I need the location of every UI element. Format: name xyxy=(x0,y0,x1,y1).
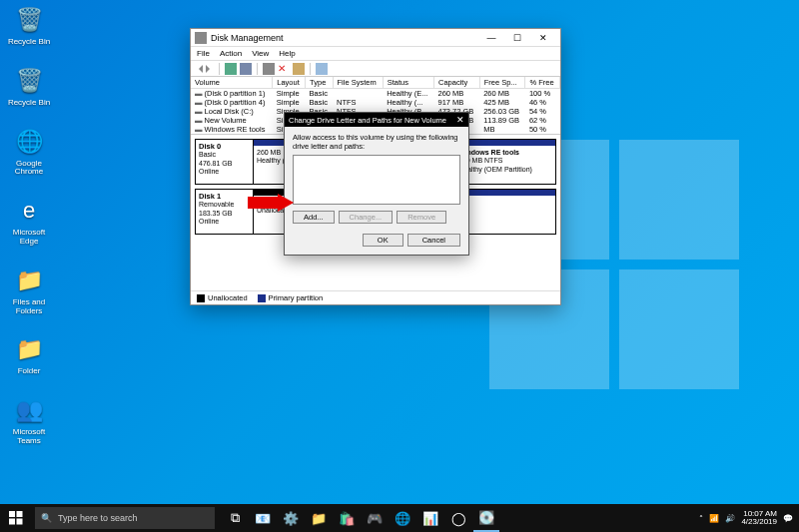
window-title: Disk Management xyxy=(211,33,478,43)
toolbar: ✕ xyxy=(191,61,560,77)
forward-icon[interactable] xyxy=(206,65,214,73)
desktop-icon-glyph: 👥 xyxy=(13,394,45,426)
desktop-icon-label: Microsoft Teams xyxy=(4,428,54,446)
desktop-icon-0[interactable]: 🗑️Recycle Bin xyxy=(4,4,54,47)
desktop-icon-glyph: 🌐 xyxy=(13,126,45,158)
search-icon: 🔍 xyxy=(41,513,52,523)
search-placeholder: Type here to search xyxy=(58,513,138,523)
volume-row[interactable]: (Disk 0 partition 1)SimpleBasicHealthy (… xyxy=(191,89,560,99)
start-button[interactable] xyxy=(0,504,32,532)
column-header[interactable]: Volume xyxy=(191,77,273,89)
taskbar-app-3[interactable]: 📊 xyxy=(417,504,443,532)
column-header[interactable]: Status xyxy=(383,77,433,89)
tray-network-icon[interactable]: 📶 xyxy=(709,514,719,523)
disk-0-info: Disk 0 Basic 476.81 GB Online xyxy=(196,140,254,184)
taskbar-app-2[interactable]: ⚙️ xyxy=(278,504,304,532)
column-header[interactable]: Layout xyxy=(273,77,306,89)
search-box[interactable]: 🔍 Type here to search xyxy=(35,507,215,529)
list-icon[interactable] xyxy=(240,63,252,75)
desktop-icon-3[interactable]: eMicrosoft Edge xyxy=(4,195,54,247)
change-button[interactable]: Change... xyxy=(339,211,394,224)
desktop-icon-6[interactable]: 👥Microsoft Teams xyxy=(4,394,54,446)
taskbar-cortana[interactable]: ◯ xyxy=(445,504,471,532)
svg-rect-2 xyxy=(17,511,23,517)
column-header[interactable]: % Free xyxy=(525,77,560,89)
add-button[interactable]: Add... xyxy=(293,211,335,224)
desktop-icon-label: Microsoft Edge xyxy=(4,229,54,247)
system-tray: ˄ 📶 🔊 10:07 AM 4/23/2019 💬 xyxy=(699,510,799,526)
delete-icon[interactable]: ✕ xyxy=(278,63,290,75)
svg-rect-1 xyxy=(9,511,15,517)
desktop-icon-1[interactable]: 🗑️Recycle Bin xyxy=(4,65,54,108)
taskbar-clock[interactable]: 10:07 AM 4/23/2019 xyxy=(741,510,777,526)
desktop-icon-glyph: 📁 xyxy=(13,265,45,296)
dialog-titlebar[interactable]: Change Drive Letter and Paths for New Vo… xyxy=(285,113,468,127)
taskbar-xbox[interactable]: 🎮 xyxy=(362,504,388,532)
desktop-icon-label: Files and Folders xyxy=(4,298,54,316)
desktop-icon-4[interactable]: 📁Files and Folders xyxy=(4,265,54,316)
dialog-close-button[interactable]: ✕ xyxy=(456,115,464,125)
menu-view[interactable]: View xyxy=(252,49,269,58)
tray-chevron-icon[interactable]: ˄ xyxy=(699,514,703,523)
disk-1-info: Disk 1 Removable 183.35 GB Online xyxy=(196,190,254,234)
minimize-button[interactable]: — xyxy=(478,31,504,45)
task-view-button[interactable]: ⧉ xyxy=(222,504,248,532)
column-header[interactable]: File System xyxy=(333,77,383,89)
menu-help[interactable]: Help xyxy=(279,49,295,58)
taskbar-app-1[interactable]: 📧 xyxy=(250,504,276,532)
taskbar-store[interactable]: 🛍️ xyxy=(334,504,360,532)
ok-button[interactable]: OK xyxy=(363,234,403,247)
grid-icon[interactable] xyxy=(225,63,237,75)
taskbar-diskmgmt[interactable]: 💽 xyxy=(473,504,499,532)
dialog-title: Change Drive Letter and Paths for New Vo… xyxy=(289,116,456,125)
column-header[interactable]: Capacity xyxy=(434,77,480,89)
maximize-button[interactable]: ☐ xyxy=(504,31,530,45)
desktop-icon-2[interactable]: 🌐Google Chrome xyxy=(4,126,54,178)
svg-rect-4 xyxy=(17,519,23,525)
volume-row[interactable]: (Disk 0 partition 4)SimpleBasicNTFSHealt… xyxy=(191,98,560,107)
back-icon[interactable] xyxy=(195,65,203,73)
desktop-icon-label: Google Chrome xyxy=(4,160,54,178)
tray-volume-icon[interactable]: 🔊 xyxy=(725,514,735,523)
column-header[interactable]: Free Sp... xyxy=(479,77,525,89)
desktop-icon-5[interactable]: 📁Folder xyxy=(4,333,54,376)
menu-action[interactable]: Action xyxy=(220,49,242,58)
disk0-part2[interactable]: Windows RE tools970 MB NTFSHealthy (OEM … xyxy=(455,140,555,184)
refresh-icon[interactable] xyxy=(263,63,275,75)
desktop-icon-label: Recycle Bin xyxy=(4,99,54,108)
properties-icon[interactable] xyxy=(293,63,305,75)
svg-rect-3 xyxy=(9,519,15,525)
desktop-icon-glyph: 🗑️ xyxy=(13,65,45,97)
app-icon xyxy=(195,32,207,44)
taskbar: 🔍 Type here to search ⧉ 📧 ⚙️ 📁 🛍️ 🎮 🌐 📊 … xyxy=(0,504,799,532)
taskbar-edge[interactable]: 🌐 xyxy=(390,504,415,532)
dialog-message: Allow access to this volume by using the… xyxy=(293,133,460,151)
window-titlebar[interactable]: Disk Management — ☐ ✕ xyxy=(191,29,560,47)
close-button[interactable]: ✕ xyxy=(530,31,556,45)
menu-bar: FileActionViewHelp xyxy=(191,47,560,61)
desktop-icon-glyph: e xyxy=(13,195,45,227)
remove-button[interactable]: Remove xyxy=(397,211,446,224)
desktop-icon-glyph: 📁 xyxy=(13,333,45,365)
desktop-icon-label: Recycle Bin xyxy=(4,38,54,47)
cancel-button[interactable]: Cancel xyxy=(407,234,460,247)
help-icon[interactable] xyxy=(316,63,328,75)
taskbar-explorer[interactable]: 📁 xyxy=(306,504,332,532)
desktop-icon-label: Folder xyxy=(4,367,54,376)
desktop-icon-glyph: 🗑️ xyxy=(13,4,45,36)
desktop-icon-grid: 🗑️Recycle Bin🗑️Recycle Bin🌐Google Chrome… xyxy=(4,4,54,446)
menu-file[interactable]: File xyxy=(197,49,210,58)
column-header[interactable]: Type xyxy=(306,77,333,89)
notifications-button[interactable]: 💬 xyxy=(783,514,793,523)
drive-paths-listbox[interactable] xyxy=(293,155,460,205)
change-drive-letter-dialog: Change Drive Letter and Paths for New Vo… xyxy=(284,112,469,256)
legend: Unallocated Primary partition xyxy=(191,290,560,304)
